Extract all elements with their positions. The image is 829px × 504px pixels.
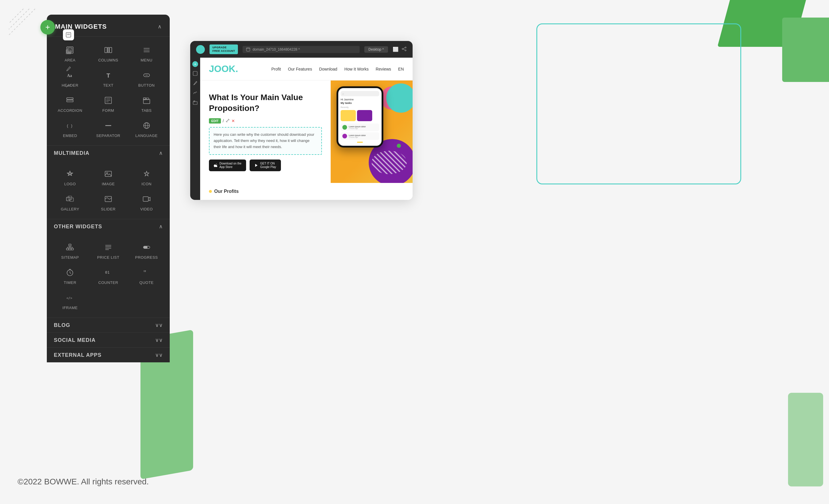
widget-accordion[interactable]: ACCORDION	[51, 92, 89, 116]
social-media-section-header: SOCIAL MEDIA ∨	[47, 332, 170, 348]
widget-language[interactable]: LANGUAGE	[128, 117, 165, 141]
phone-card-purple	[357, 110, 372, 121]
site-content: JOOK. Profit Our Features Download How I…	[200, 58, 412, 200]
widget-gallery-label: GALLERY	[61, 207, 79, 211]
preview-logo	[196, 45, 205, 54]
widget-icon[interactable]: ICON	[128, 165, 165, 189]
widget-iframe[interactable]: </> IFRAME	[51, 289, 89, 313]
app-buttons: Download on theApp Store GET IT ONGoogle…	[209, 159, 322, 171]
share-icon[interactable]	[401, 46, 407, 52]
widget-gallery[interactable]: GALLERY	[51, 190, 89, 214]
domain-bar[interactable]: domain_24710_1664804228 ^	[243, 46, 360, 53]
widget-slider[interactable]: SLIDER	[90, 190, 127, 214]
preview-panel-icon-4[interactable]	[193, 100, 197, 106]
nav-reviews[interactable]: Reviews	[376, 67, 391, 71]
counter-icon: 01	[104, 268, 112, 279]
app-store-button[interactable]: Download on theApp Store	[209, 159, 246, 171]
desktop-button[interactable]: Desktop ^	[364, 46, 388, 53]
deco-stripe	[372, 151, 407, 174]
browser-icon	[246, 47, 250, 51]
widget-accordion-label: ACCORDION	[58, 108, 82, 113]
widget-progress[interactable]: PROGRESS	[128, 239, 165, 262]
hero-section: What Is Your Main Value Proposition? EDI…	[200, 80, 412, 183]
form-icon	[104, 96, 112, 107]
multimedia-collapse-icon[interactable]	[159, 150, 163, 156]
nav-lang[interactable]: EN	[398, 67, 404, 71]
site-logo-dot: .	[236, 64, 238, 74]
phone-tasks-title: My tasks	[340, 102, 379, 105]
nav-download[interactable]: Download	[319, 67, 337, 71]
nav-how-it-works[interactable]: How It Works	[345, 67, 369, 71]
embed-icon: { }	[66, 121, 74, 132]
text-edit-box[interactable]: Here you can write why the customer shou…	[209, 127, 322, 154]
upgrade-button[interactable]: UPGRADE FREE ACCOUNT	[210, 44, 238, 54]
phone-greeting: Hi Jasmine	[340, 98, 379, 101]
quote-icon: "	[143, 268, 151, 279]
nav-profit[interactable]: Profit	[271, 67, 281, 71]
tabs-icon	[143, 96, 151, 107]
widget-embed[interactable]: { } EMBED	[51, 117, 89, 141]
other-widgets-grid: SITEMAP PRICE LIST PROGRESS TIMER	[47, 234, 170, 318]
preview-panel-icon-2[interactable]	[193, 81, 197, 86]
svg-rect-37	[143, 197, 148, 202]
icon-widget-icon	[143, 170, 151, 180]
preview-panel-icon-3[interactable]	[193, 91, 197, 96]
preview-window: UPGRADE FREE ACCOUNT domain_24710_166480…	[190, 41, 412, 200]
phone-screen: ⌕ Hi Jasmine My tasks Recently	[338, 88, 382, 146]
add-widget-button[interactable]: +	[40, 20, 55, 35]
svg-rect-63	[66, 53, 71, 54]
svg-rect-36	[105, 196, 111, 202]
edit-button[interactable]: EDIT	[209, 118, 221, 123]
widget-quote[interactable]: " QUOTE	[128, 264, 165, 288]
phone-list-item-2: Lorem ipsum dolor 2 hours ago	[340, 132, 379, 140]
main-widgets-collapse-icon[interactable]	[158, 24, 161, 30]
blog-collapse-icon[interactable]: ∨	[155, 322, 163, 328]
widget-video[interactable]: VIDEO	[128, 190, 165, 214]
svg-rect-5	[105, 47, 107, 53]
widget-counter[interactable]: 01 COUNTER	[90, 264, 127, 288]
widget-icon-label: ICON	[141, 182, 152, 186]
external-apps-collapse-icon[interactable]: ∨	[155, 352, 163, 358]
button-icon	[143, 71, 151, 81]
social-media-collapse-icon[interactable]: ∨	[155, 337, 163, 343]
play-store-button[interactable]: GET IT ONGoogle Play	[250, 159, 281, 171]
widget-text-label: TEXT	[103, 83, 113, 87]
screen-toggle-icon[interactable]: ⬜	[393, 46, 399, 52]
preview-panel-icon-1[interactable]	[193, 71, 197, 77]
page-icon[interactable]	[63, 29, 74, 40]
pen-panel-icon[interactable]	[63, 63, 74, 74]
svg-text:{ }: { }	[66, 124, 73, 128]
floating-green-dot	[397, 144, 401, 148]
widget-tabs[interactable]: TABS	[128, 92, 165, 116]
widget-timer[interactable]: TIMER	[51, 264, 89, 288]
svg-rect-64	[66, 51, 71, 52]
edit-delete-icon[interactable]: ✕	[231, 118, 235, 123]
edit-pencil-icon[interactable]: /	[223, 118, 224, 123]
multimedia-section-header: MULTIMEDIA	[47, 145, 170, 160]
widget-menu[interactable]: MENU	[128, 41, 165, 65]
layers-panel-icon[interactable]	[63, 46, 74, 58]
widget-button[interactable]: BUTTON	[128, 66, 165, 91]
edit-toolbar: EDIT / ✕	[209, 118, 322, 123]
chart-panel-icon[interactable]	[63, 80, 74, 91]
svg-line-55	[70, 273, 71, 274]
other-widgets-collapse-icon[interactable]	[159, 223, 163, 230]
language-icon	[143, 121, 151, 132]
widget-separator[interactable]: SEPARATOR	[90, 117, 127, 141]
widget-logo[interactable]: LOGO	[51, 165, 89, 189]
widget-form[interactable]: FORM	[90, 92, 127, 116]
widget-slider-label: SLIDER	[101, 207, 116, 211]
widget-sitemap[interactable]: SITEMAP	[51, 239, 89, 262]
widget-image[interactable]: IMAGE	[90, 165, 127, 189]
preview-add-icon[interactable]: +	[192, 61, 198, 67]
widget-text[interactable]: T TEXT	[90, 66, 127, 91]
widget-columns[interactable]: COLUMNS	[90, 41, 127, 65]
edit-link-icon[interactable]	[226, 118, 230, 123]
nav-features[interactable]: Our Features	[288, 67, 312, 71]
multimedia-title: MULTIMEDIA	[54, 150, 89, 156]
widget-pricelist[interactable]: PRICE LIST	[90, 239, 127, 262]
gallery-icon	[66, 195, 74, 205]
svg-point-70	[405, 50, 406, 51]
widget-logo-label: LOGO	[64, 182, 76, 186]
footer-copyright: ©2022 BOWWE. All rights reserved.	[17, 477, 149, 487]
